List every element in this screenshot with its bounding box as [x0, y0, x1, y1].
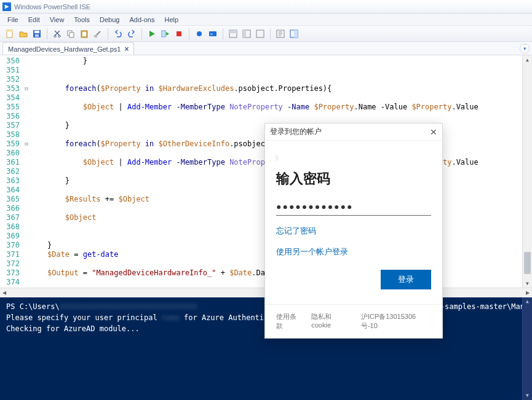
signin-dialog: 登录到您的帐户 ✕ i 输入密码 忘记了密码 使用另一个帐户登录 登录 使用条款…: [264, 123, 443, 339]
menu-file[interactable]: File: [2, 16, 23, 23]
save-icon[interactable]: [31, 28, 43, 40]
svg-rect-13: [177, 31, 181, 36]
menubar: File Edit View Tools Debug Add-ons Help: [0, 14, 532, 26]
dialog-title: 登录到您的帐户: [270, 127, 322, 137]
scroll-up-icon[interactable]: ▲: [523, 297, 532, 306]
svg-text:>_: >_: [210, 31, 216, 37]
scroll-down-icon[interactable]: ▼: [523, 279, 532, 288]
redo-icon[interactable]: [125, 28, 138, 40]
scrollbar-thumb[interactable]: [524, 252, 531, 274]
run-icon[interactable]: [146, 28, 158, 40]
layout-1-icon[interactable]: [227, 28, 239, 40]
stop-icon[interactable]: [173, 28, 185, 40]
menu-help[interactable]: Help: [159, 16, 183, 23]
paste-icon[interactable]: [78, 28, 90, 40]
app-icon: ▶: [2, 2, 11, 11]
scroll-down-icon[interactable]: ▼: [523, 391, 532, 400]
svg-rect-4: [35, 34, 39, 37]
other-account-link[interactable]: 使用另一个帐户登录: [276, 246, 431, 257]
toolbar: >_: [0, 26, 532, 42]
svg-rect-21: [256, 30, 264, 37]
scroll-left-icon[interactable]: ◀: [0, 288, 9, 297]
password-input[interactable]: [276, 199, 431, 216]
svg-point-14: [197, 31, 202, 36]
svg-rect-8: [69, 33, 74, 37]
menu-edit[interactable]: Edit: [23, 16, 45, 23]
layout-2-icon[interactable]: [240, 28, 253, 40]
footer-icp: 沪ICP备13015306号-10: [361, 312, 431, 331]
footer-terms-link[interactable]: 使用条款: [276, 312, 303, 331]
fold-gutter: ⊟⊟⊟: [23, 55, 30, 288]
signin-button[interactable]: 登录: [381, 270, 431, 289]
tab-label: ManagedDevices_Hardware_Get.ps1: [8, 45, 121, 53]
tab-bar: ManagedDevices_Hardware_Get.ps1 × ▾: [0, 42, 532, 55]
svg-rect-1: [7, 30, 12, 32]
breakpoint-icon[interactable]: [193, 28, 205, 40]
menu-tools[interactable]: Tools: [69, 16, 95, 23]
new-file-icon[interactable]: [4, 28, 16, 40]
dialog-footer: 使用条款 隐私和 cookie 沪ICP备13015306号-10: [265, 304, 442, 338]
svg-rect-24: [294, 30, 298, 37]
account-email: i: [276, 153, 431, 162]
line-number-gutter: 3503513523533543553563573583593603613623…: [0, 55, 23, 288]
close-icon[interactable]: ✕: [430, 127, 437, 137]
svg-rect-3: [34, 31, 39, 33]
editor-vertical-scrollbar[interactable]: ▲ ▼: [522, 55, 532, 288]
show-command-addon-icon[interactable]: [288, 28, 300, 40]
title-bar: ▶ Windows PowerShell ISE: [0, 0, 532, 14]
tab-close-icon[interactable]: ×: [124, 45, 129, 53]
svg-rect-11: [94, 35, 97, 37]
scroll-right-icon[interactable]: ▶: [523, 288, 532, 297]
clear-icon[interactable]: [92, 28, 104, 40]
cut-icon[interactable]: [51, 28, 63, 40]
forgot-password-link[interactable]: 忘记了密码: [276, 225, 431, 237]
menu-debug[interactable]: Debug: [95, 16, 124, 23]
tab-scroll-icon[interactable]: ▾: [520, 44, 530, 53]
footer-privacy-link[interactable]: 隐私和 cookie: [311, 312, 352, 331]
copy-icon[interactable]: [65, 28, 77, 40]
menu-view[interactable]: View: [45, 16, 69, 23]
svg-rect-10: [82, 32, 86, 36]
window-title: Windows PowerShell ISE: [14, 3, 90, 10]
remote-icon[interactable]: >_: [207, 28, 219, 40]
svg-rect-20: [243, 30, 246, 37]
scroll-up-icon[interactable]: ▲: [523, 55, 532, 64]
dialog-heading: 输入密码: [276, 170, 431, 188]
svg-rect-12: [162, 31, 165, 37]
run-selection-icon[interactable]: [159, 28, 172, 40]
console-vertical-scrollbar[interactable]: ▲ ▼: [522, 297, 532, 400]
svg-point-5: [54, 35, 56, 37]
tab-script[interactable]: ManagedDevices_Hardware_Get.ps1 ×: [2, 42, 134, 55]
undo-icon[interactable]: [112, 28, 124, 40]
dialog-titlebar: 登录到您的帐户 ✕: [265, 124, 442, 141]
svg-point-6: [58, 35, 60, 37]
svg-rect-18: [229, 30, 237, 33]
menu-addons[interactable]: Add-ons: [124, 16, 159, 23]
open-file-icon[interactable]: [17, 28, 30, 40]
layout-3-icon[interactable]: [254, 28, 266, 40]
show-command-icon[interactable]: [274, 28, 287, 40]
